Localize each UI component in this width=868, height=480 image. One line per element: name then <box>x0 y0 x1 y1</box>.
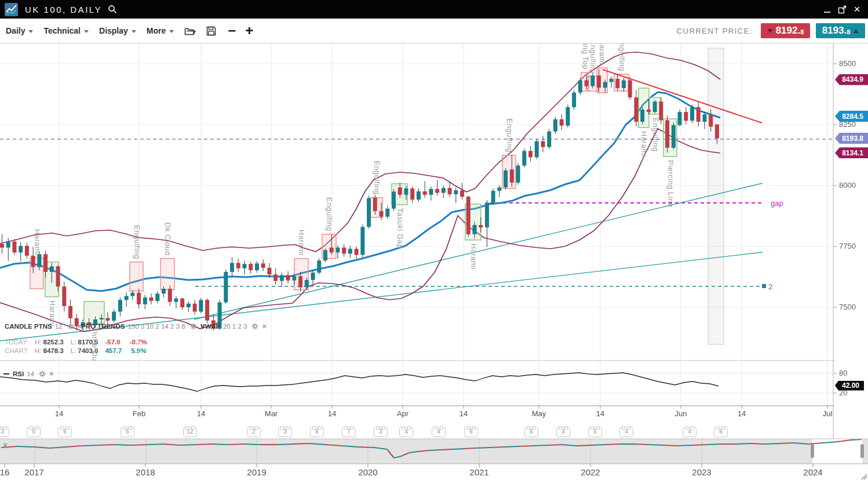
navigator-close-icon[interactable]: × <box>3 441 8 450</box>
candle <box>323 250 327 260</box>
open-folder-icon[interactable] <box>184 26 196 36</box>
candle <box>684 112 688 121</box>
price-tag: 8134.1 <box>835 147 868 158</box>
candle <box>187 304 191 307</box>
chevron-down-icon <box>28 30 33 33</box>
candle <box>603 82 607 88</box>
calendar-event-badge[interactable]: 3 <box>0 427 9 437</box>
calendar-event-badge[interactable]: 6 <box>310 427 324 437</box>
candle <box>19 246 23 252</box>
candle <box>522 151 526 165</box>
calendar-event-badge[interactable]: 3 <box>278 427 292 437</box>
zoom-out-button[interactable]: − <box>228 25 236 37</box>
moving-average-line <box>0 92 720 291</box>
candle <box>12 242 16 253</box>
calendar-event-badge[interactable]: 4 <box>683 427 696 437</box>
pattern-label: Three Outside <box>90 327 99 379</box>
gear-icon[interactable] <box>190 323 197 330</box>
timeframe-menu[interactable]: Daily <box>6 26 33 35</box>
calendar-event-badge[interactable]: 2 <box>247 427 261 437</box>
navigator-year-label: 2023 <box>689 467 714 477</box>
close-icon[interactable]: × <box>849 3 865 16</box>
candle <box>615 79 619 88</box>
x-axis-label: Mar <box>260 409 283 418</box>
calendar-event-badge[interactable]: 4 <box>619 427 633 437</box>
gear-icon[interactable] <box>39 370 46 377</box>
candle <box>504 170 508 187</box>
close-icon[interactable]: × <box>49 369 54 378</box>
candle <box>205 300 209 320</box>
rsi-level-label: 20 <box>839 388 847 397</box>
calendar-event-badge[interactable]: 6 <box>524 427 538 437</box>
x-axis-label: 14 <box>589 409 612 418</box>
navigator-right-handle <box>860 444 864 458</box>
calendar-event-badge[interactable]: 6 <box>58 427 72 437</box>
candle <box>466 197 471 234</box>
x-axis-label: Feb <box>127 409 151 418</box>
y-axis-tick: 8000 <box>839 181 856 190</box>
candle <box>528 151 533 157</box>
calendar-event-badge[interactable]: 12 <box>183 427 197 437</box>
calendar-event-badge[interactable]: 4 <box>399 427 413 437</box>
chart-canvas[interactable]: 2gapHaramiHaramiThree OutsideEngulfingDk… <box>0 0 868 480</box>
candle <box>273 274 278 281</box>
x-axis-label: May <box>527 409 550 418</box>
calendar-event-badge[interactable]: 5 <box>27 427 41 437</box>
candle <box>305 280 309 288</box>
candle <box>678 112 682 125</box>
calendar-event-badge[interactable]: 6 <box>464 427 478 437</box>
candle <box>665 120 669 147</box>
candle <box>100 318 104 319</box>
candle <box>180 299 184 307</box>
pattern-label: Harami <box>33 229 42 255</box>
more-menu[interactable]: More <box>147 26 174 35</box>
candle <box>560 119 564 126</box>
candle <box>590 75 595 86</box>
upper-band-line <box>0 52 720 252</box>
pattern-label: Engulfing <box>373 161 381 195</box>
chevron-down-icon <box>132 30 136 33</box>
current-period-highlight <box>708 48 724 344</box>
calendar-event-badge[interactable]: 7 <box>342 427 356 437</box>
candle <box>242 264 246 268</box>
candle <box>118 300 122 311</box>
svg-text:gap: gap <box>771 199 783 208</box>
candle <box>224 272 228 302</box>
candle <box>460 190 464 197</box>
calendar-event-badge[interactable]: 4 <box>556 427 570 437</box>
save-icon[interactable] <box>206 26 216 36</box>
calendar-event-badge[interactable]: 4 <box>432 427 446 437</box>
popout-button[interactable] <box>834 3 849 16</box>
candle <box>280 275 284 281</box>
rsi-legend: RSI14 × <box>3 369 54 378</box>
candle <box>454 190 458 194</box>
calendar-event-badge[interactable]: 3 <box>374 427 388 437</box>
rsi-line <box>0 373 719 391</box>
candle <box>572 93 576 107</box>
candle <box>585 81 589 86</box>
rsi-line-swatch <box>3 373 9 374</box>
search-icon[interactable] <box>108 5 117 14</box>
gear-icon[interactable] <box>251 323 258 330</box>
calendar-event-badge[interactable]: 5 <box>588 427 602 437</box>
arrow-down-icon <box>767 29 773 33</box>
technical-menu[interactable]: Technical <box>43 26 89 35</box>
gear-icon[interactable] <box>67 323 74 330</box>
zoom-in-button[interactable]: + <box>245 25 253 37</box>
candle <box>423 191 427 195</box>
resistance-line <box>603 70 762 123</box>
bid-price-badge[interactable]: 8192.8 <box>761 23 810 38</box>
calendar-event-badge[interactable]: 6 <box>714 427 728 437</box>
close-icon[interactable]: × <box>262 322 267 330</box>
calendar-event-badge[interactable]: 6 <box>121 427 134 437</box>
candle <box>155 293 159 301</box>
display-menu[interactable]: Display <box>99 26 136 35</box>
navigator-track <box>0 439 868 464</box>
pattern-label: Harami <box>640 131 648 157</box>
price-tag: 8434.9 <box>835 74 868 85</box>
minimize-button[interactable] <box>819 3 834 16</box>
pattern-label: Engulfing <box>133 225 141 259</box>
ask-price-badge[interactable]: 8193.8 <box>816 23 865 38</box>
candle <box>553 119 557 132</box>
x-axis-label: 14 <box>730 409 753 418</box>
